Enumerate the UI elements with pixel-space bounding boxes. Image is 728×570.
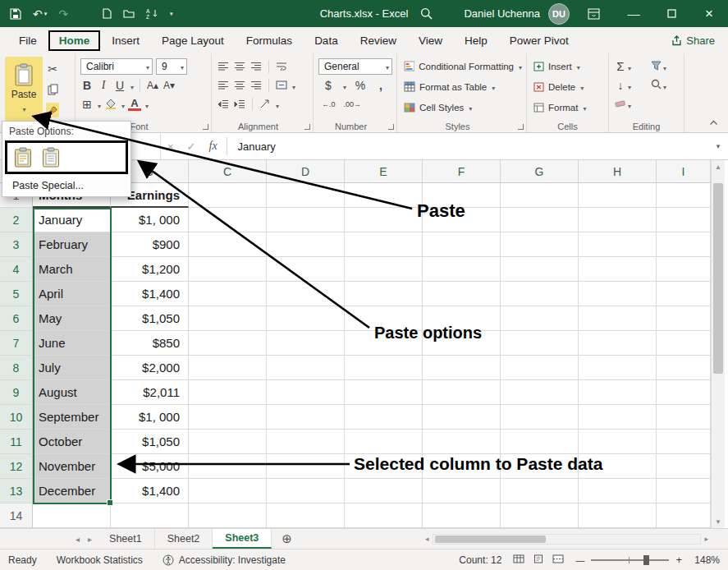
undo-icon[interactable]: ↶▾ xyxy=(33,8,47,20)
cell-a3[interactable]: February xyxy=(33,232,111,257)
new-sheet-icon[interactable]: ⊕ xyxy=(282,529,292,549)
cell-a12[interactable]: November xyxy=(33,454,111,479)
bold-button[interactable]: B xyxy=(80,78,94,93)
cell-d3[interactable] xyxy=(267,232,345,257)
cell-e9[interactable] xyxy=(345,380,423,405)
cell-d5[interactable] xyxy=(267,282,345,306)
underline-button[interactable]: U xyxy=(113,78,126,93)
chevron-down-icon[interactable] xyxy=(121,97,125,112)
ribbon-tab-formulas[interactable]: Formulas xyxy=(236,30,303,51)
scroll-left-icon[interactable]: ◂ xyxy=(425,535,429,543)
conditional-formatting-button[interactable]: Conditional Formatting xyxy=(402,57,522,76)
cell-b8[interactable]: $2,000 xyxy=(111,356,189,380)
align-top-icon[interactable] xyxy=(217,59,230,74)
cell-f6[interactable] xyxy=(423,306,501,331)
ribbon-tab-review[interactable]: Review xyxy=(350,30,407,51)
cell-i13[interactable] xyxy=(657,479,711,503)
paste-button[interactable]: Paste xyxy=(5,57,43,121)
cell-i4[interactable] xyxy=(657,257,711,282)
cell-f12[interactable] xyxy=(423,454,501,479)
qat-customize-chevron-icon[interactable]: ▾ xyxy=(170,11,173,16)
row-header-8[interactable]: 8 xyxy=(0,356,33,380)
formula-input[interactable]: January xyxy=(230,140,708,153)
cell-a2[interactable]: January xyxy=(33,208,111,232)
column-header-i[interactable]: I xyxy=(657,160,711,183)
column-header-h[interactable]: H xyxy=(579,160,657,183)
cell-i11[interactable] xyxy=(657,430,711,454)
cell-i12[interactable] xyxy=(657,454,711,479)
merge-center-icon[interactable] xyxy=(275,78,288,93)
cell-c8[interactable] xyxy=(189,356,267,380)
ribbon-tab-data[interactable]: Data xyxy=(304,30,349,51)
cell-c1[interactable] xyxy=(189,183,267,208)
row-header-12[interactable]: 12 xyxy=(0,454,33,479)
font-size-select[interactable]: 9 xyxy=(156,58,187,75)
row-header-4[interactable]: 4 xyxy=(0,257,33,282)
cell-e13[interactable] xyxy=(345,479,423,503)
row-header-3[interactable]: 3 xyxy=(0,232,33,257)
zoom-slider[interactable] xyxy=(591,559,669,561)
copy-icon[interactable] xyxy=(46,82,59,97)
cell-d14[interactable] xyxy=(267,503,345,528)
cell-a10[interactable]: September xyxy=(33,405,111,430)
cell-a9[interactable]: August xyxy=(33,380,111,405)
scroll-right-icon[interactable]: ▸ xyxy=(704,535,708,543)
insert-function-icon[interactable]: fx xyxy=(209,140,217,153)
align-left-icon[interactable] xyxy=(217,78,230,93)
column-header-e[interactable]: E xyxy=(345,160,423,183)
zoom-level[interactable]: 148% xyxy=(689,554,720,566)
scroll-up-icon[interactable]: ▲ xyxy=(712,160,725,173)
ribbon-tab-help[interactable]: Help xyxy=(454,30,498,51)
font-color-button[interactable]: A xyxy=(128,98,141,111)
format-painter-icon[interactable] xyxy=(46,103,59,117)
align-center-icon[interactable] xyxy=(233,78,246,93)
cell-b4[interactable]: $1,200 xyxy=(111,257,189,282)
italic-button[interactable]: I xyxy=(97,78,110,93)
accessibility-checker[interactable]: Accessibility: Investigate xyxy=(163,554,286,566)
cell-g3[interactable] xyxy=(501,232,579,257)
format-cells-button[interactable]: Format xyxy=(532,99,604,117)
cell-e12[interactable] xyxy=(345,454,423,479)
cell-g2[interactable] xyxy=(501,208,579,232)
cell-f9[interactable] xyxy=(423,380,501,405)
align-right-icon[interactable] xyxy=(250,78,263,93)
cell-a4[interactable]: March xyxy=(33,257,111,282)
save-icon[interactable] xyxy=(10,8,21,20)
cell-h3[interactable] xyxy=(579,232,657,257)
column-header-d[interactable]: D xyxy=(267,160,345,183)
sheet-tab-sheet3[interactable]: Sheet3 xyxy=(213,529,272,549)
fill-down-icon[interactable]: ↓ xyxy=(614,78,627,93)
row-header-5[interactable]: 5 xyxy=(0,282,33,306)
align-middle-icon[interactable] xyxy=(233,59,246,74)
ribbon-display-options-icon[interactable] xyxy=(588,8,600,20)
cell-a14[interactable] xyxy=(33,503,111,528)
chevron-down-icon[interactable] xyxy=(97,97,101,112)
row-header-9[interactable]: 9 xyxy=(0,380,33,405)
chevron-down-icon[interactable] xyxy=(130,78,134,93)
cell-e1[interactable] xyxy=(345,183,423,208)
row-header-14[interactable]: 14 xyxy=(0,503,33,528)
cell-c3[interactable] xyxy=(189,232,267,257)
delete-cells-button[interactable]: Delete xyxy=(532,77,604,96)
row-header-6[interactable]: 6 xyxy=(0,306,33,331)
cell-f5[interactable] xyxy=(423,282,501,306)
cell-e6[interactable] xyxy=(345,306,423,331)
ribbon-tab-file[interactable]: File xyxy=(8,30,48,51)
cell-e2[interactable] xyxy=(345,208,423,232)
clear-eraser-icon[interactable] xyxy=(614,96,627,111)
cell-c6[interactable] xyxy=(189,306,267,331)
collapse-ribbon-icon[interactable] xyxy=(709,114,718,129)
paste-keep-source-formatting-icon[interactable] xyxy=(12,145,34,169)
cell-d9[interactable] xyxy=(267,380,345,405)
cell-h11[interactable] xyxy=(579,430,657,454)
page-break-view-icon[interactable] xyxy=(552,554,564,566)
cell-d2[interactable] xyxy=(267,208,345,232)
sort-ascending-icon[interactable]: AZ xyxy=(146,8,158,19)
cell-a6[interactable]: May xyxy=(33,306,111,331)
find-select-icon[interactable] xyxy=(649,77,662,92)
comma-style-icon[interactable]: , xyxy=(374,78,387,93)
cell-f3[interactable] xyxy=(423,232,501,257)
cell-i7[interactable] xyxy=(657,331,711,356)
sort-filter-icon[interactable] xyxy=(649,58,662,73)
cell-f2[interactable] xyxy=(423,208,501,232)
